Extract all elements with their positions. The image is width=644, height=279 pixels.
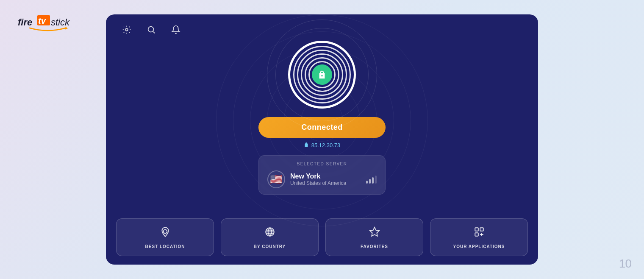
settings-icon[interactable] [121, 24, 133, 36]
by-country-button[interactable]: BY COUNTRY [221, 218, 319, 256]
svg-point-6 [148, 27, 154, 32]
by-country-label: BY COUNTRY [254, 244, 286, 249]
best-location-button[interactable]: BEST LOCATION [116, 218, 214, 256]
lock-center [312, 64, 332, 85]
your-applications-button[interactable]: YOUR APPLICATIONS [430, 218, 528, 256]
vpn-circle [288, 41, 356, 109]
ip-row: 85.12.30.73 [304, 142, 341, 148]
server-card[interactable]: SELECTED SERVER 🇺🇸 New York United State… [258, 155, 386, 195]
bottom-nav: BEST LOCATION BY COUNTRY FAVORITES [106, 210, 538, 265]
svg-text:fire: fire [18, 17, 32, 28]
flag-circle: 🇺🇸 [267, 170, 285, 188]
svg-rect-12 [480, 228, 483, 231]
best-location-icon [160, 226, 171, 240]
svg-rect-11 [475, 228, 478, 231]
lock-circle-outer [288, 41, 356, 109]
your-applications-icon [474, 226, 485, 240]
server-city: New York [290, 173, 346, 180]
spiral-rings [290, 43, 354, 106]
connection-area: Connected 85.12.30.73 SELECTED SERVER 🇺🇸… [258, 41, 386, 195]
ip-lock-icon [304, 142, 309, 148]
server-country: United States of America [290, 180, 346, 186]
by-country-icon [264, 226, 275, 240]
your-applications-label: YOUR APPLICATIONS [453, 244, 505, 249]
favorites-button[interactable]: FAVORITES [325, 218, 423, 256]
svg-text:stick: stick [51, 17, 70, 28]
server-card-label: SELECTED SERVER [267, 162, 377, 166]
svg-point-5 [125, 28, 128, 31]
svg-rect-13 [475, 233, 478, 236]
bell-icon[interactable] [170, 24, 182, 36]
ip-address: 85.12.30.73 [311, 142, 341, 148]
svg-line-7 [153, 32, 155, 33]
search-icon[interactable] [145, 24, 157, 36]
server-info: 🇺🇸 New York United States of America [267, 170, 377, 188]
server-text: New York United States of America [290, 173, 346, 186]
firetv-logo: fire tv stick [17, 12, 78, 35]
best-location-label: BEST LOCATION [145, 244, 185, 249]
signal-bars [366, 175, 377, 184]
svg-marker-10 [370, 227, 379, 236]
watermark: 10 [619, 257, 631, 271]
svg-text:tv: tv [38, 16, 47, 25]
favorites-icon [369, 226, 380, 240]
favorites-label: FAVORITES [361, 244, 388, 249]
main-panel: Connected 85.12.30.73 SELECTED SERVER 🇺🇸… [106, 14, 538, 265]
svg-point-8 [163, 230, 167, 234]
